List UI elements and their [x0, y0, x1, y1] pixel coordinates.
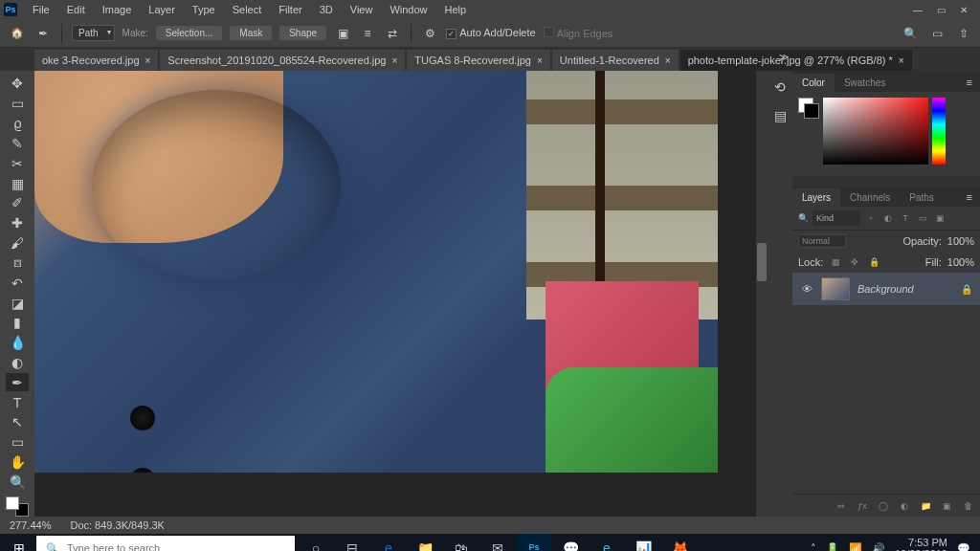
- move-tool[interactable]: ✥: [6, 75, 29, 93]
- color-field[interactable]: [823, 98, 928, 165]
- restore-button[interactable]: ▭: [932, 3, 949, 16]
- workspace-icon[interactable]: ▭: [928, 25, 946, 42]
- filter-pixel-icon[interactable]: ▫: [864, 211, 878, 225]
- panel-menu-icon[interactable]: ≡: [959, 73, 980, 92]
- history-panel-icon[interactable]: ⟲: [768, 77, 791, 98]
- clock[interactable]: 7:53 PM 10/22/2019: [895, 537, 947, 551]
- share-icon[interactable]: ⇧: [955, 25, 972, 42]
- link-icon[interactable]: ⇔: [835, 499, 848, 513]
- tab-paths[interactable]: Paths: [900, 188, 944, 207]
- blur-tool[interactable]: 💧: [6, 334, 29, 352]
- menu-type[interactable]: Type: [185, 2, 223, 17]
- trash-icon[interactable]: 🗑: [961, 499, 974, 513]
- gradient-tool[interactable]: ▮: [6, 314, 29, 332]
- pen-tool-icon[interactable]: ✒: [34, 25, 52, 42]
- path-select-tool[interactable]: ↖: [6, 413, 29, 431]
- search-icon[interactable]: 🔍: [902, 25, 919, 42]
- selection-button[interactable]: Selection...: [156, 26, 222, 40]
- dodge-tool[interactable]: ◐: [6, 354, 29, 372]
- tray-chevron-icon[interactable]: ˄: [811, 542, 816, 552]
- close-icon[interactable]: ×: [537, 55, 543, 66]
- group-icon[interactable]: 📁: [919, 499, 932, 513]
- close-icon[interactable]: ×: [665, 55, 671, 66]
- menu-filter[interactable]: Filter: [271, 2, 309, 17]
- menu-help[interactable]: Help: [437, 2, 475, 17]
- doc-tab-active[interactable]: photo-template-joker.jpg @ 277% (RGB/8) …: [680, 50, 912, 71]
- align-icon[interactable]: ≡: [359, 25, 376, 42]
- app-icon[interactable]: 📊: [626, 534, 660, 551]
- quick-select-tool[interactable]: ✎: [6, 134, 29, 152]
- wifi-icon[interactable]: 📶: [849, 542, 862, 552]
- lasso-tool[interactable]: ϱ: [6, 115, 29, 133]
- filter-adjust-icon[interactable]: ◐: [881, 211, 895, 225]
- doc-tab[interactable]: Untitled-1-Recovered×: [552, 50, 679, 71]
- hand-tool[interactable]: ✋: [6, 453, 29, 472]
- menu-file[interactable]: File: [25, 2, 57, 17]
- taskbar-search[interactable]: 🔍: [36, 536, 295, 551]
- volume-icon[interactable]: 🔊: [872, 542, 885, 552]
- color-swatch[interactable]: [798, 98, 819, 119]
- tab-swatches[interactable]: Swatches: [835, 74, 895, 92]
- blend-mode-dropdown[interactable]: [798, 234, 846, 248]
- menu-window[interactable]: Window: [382, 2, 434, 17]
- brush-tool[interactable]: 🖌: [6, 234, 29, 253]
- battery-icon[interactable]: 🔋: [826, 542, 839, 552]
- canvas-area[interactable]: [34, 71, 768, 517]
- doc-tab[interactable]: oke 3-Recovered.jpg×: [34, 50, 158, 71]
- layer-name[interactable]: Background: [858, 283, 914, 295]
- task-view-icon[interactable]: ⊟: [335, 534, 369, 551]
- firefox-icon[interactable]: 🦊: [662, 534, 697, 551]
- menu-view[interactable]: View: [343, 2, 381, 17]
- tab-layers[interactable]: Layers: [792, 188, 840, 207]
- app-icon[interactable]: 💬: [553, 534, 588, 551]
- zoom-tool[interactable]: 🔍: [6, 474, 29, 492]
- lock-all-icon[interactable]: 🔒: [867, 255, 880, 269]
- menu-layer[interactable]: Layer: [141, 2, 183, 17]
- lock-pixels-icon[interactable]: ▦: [829, 255, 842, 269]
- lock-position-icon[interactable]: ✜: [848, 255, 861, 269]
- doc-tab[interactable]: Screenshot_20191020_085524-Recovered.jpg…: [160, 50, 405, 71]
- path-op-icon[interactable]: ▣: [334, 25, 351, 42]
- document-canvas[interactable]: [34, 71, 718, 473]
- menu-edit[interactable]: Edit: [59, 2, 93, 17]
- mask-button[interactable]: Mask: [230, 26, 272, 40]
- type-tool[interactable]: T: [6, 393, 29, 411]
- doc-tab[interactable]: TUGAS 8-Recovered.jpg×: [407, 50, 550, 71]
- eyedropper-tool[interactable]: ✐: [6, 194, 29, 212]
- auto-add-delete-checkbox[interactable]: ✓Auto Add/Delete: [446, 27, 536, 39]
- path-mode-dropdown[interactable]: Path: [72, 25, 115, 41]
- tab-color[interactable]: Color: [792, 74, 835, 92]
- filter-smart-icon[interactable]: ▣: [933, 211, 947, 225]
- tab-overflow-icon[interactable]: ≫: [779, 52, 789, 62]
- edge-icon[interactable]: e: [371, 534, 406, 551]
- menu-image[interactable]: Image: [95, 2, 140, 17]
- adjustment-icon[interactable]: ◐: [898, 499, 911, 513]
- menu-3d[interactable]: 3D: [312, 2, 341, 17]
- crop-tool[interactable]: ✂: [6, 154, 29, 172]
- start-button[interactable]: ⊞: [2, 534, 36, 551]
- rectangle-tool[interactable]: ▭: [6, 433, 29, 452]
- close-icon[interactable]: ×: [391, 55, 397, 66]
- panel-menu-icon[interactable]: ≡: [959, 187, 980, 207]
- doc-size[interactable]: Doc: 849.3K/849.3K: [70, 519, 164, 531]
- shape-button[interactable]: Shape: [279, 26, 326, 40]
- menu-select[interactable]: Select: [225, 2, 270, 17]
- close-icon[interactable]: ×: [145, 55, 151, 66]
- explorer-icon[interactable]: 📁: [408, 534, 442, 551]
- opacity-value[interactable]: 100%: [947, 235, 974, 247]
- layer-filter-dropdown[interactable]: [813, 210, 860, 226]
- layer-row-background[interactable]: 👁 Background 🔒: [792, 273, 980, 305]
- vertical-scrollbar[interactable]: [756, 71, 768, 517]
- pen-tool[interactable]: ✒: [6, 373, 29, 391]
- cortana-icon[interactable]: ○: [299, 534, 333, 551]
- ie-icon[interactable]: e: [590, 534, 624, 551]
- gear-icon[interactable]: ⚙: [421, 25, 438, 42]
- history-brush-tool[interactable]: ↶: [6, 274, 29, 292]
- zoom-level[interactable]: 277.44%: [10, 519, 51, 531]
- mask-icon[interactable]: ◯: [877, 499, 890, 513]
- properties-panel-icon[interactable]: ▤: [768, 105, 791, 126]
- eraser-tool[interactable]: ◪: [6, 294, 29, 312]
- lock-icon[interactable]: 🔒: [961, 284, 972, 295]
- frame-tool[interactable]: ▦: [6, 174, 29, 192]
- healing-tool[interactable]: ✚: [6, 214, 29, 232]
